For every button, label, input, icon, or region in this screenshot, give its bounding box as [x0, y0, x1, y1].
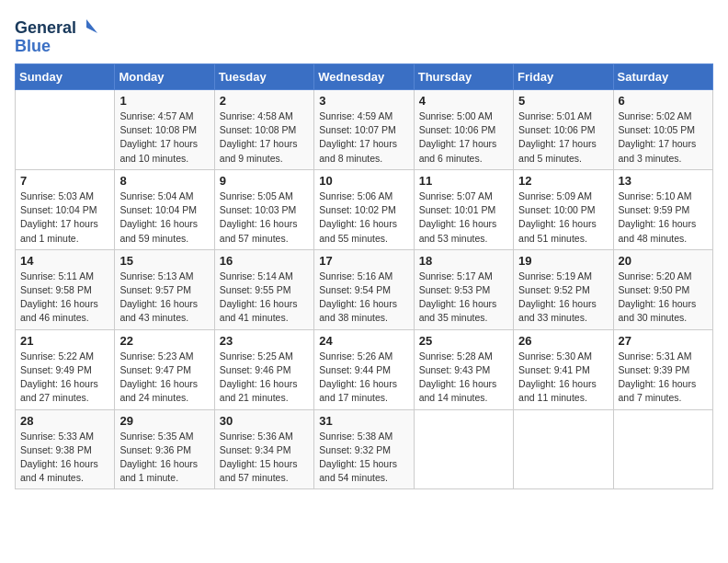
calendar-cell: [514, 409, 613, 489]
day-info: Sunrise: 5:04 AM Sunset: 10:04 PM Daylig…: [119, 190, 209, 246]
day-number: 28: [20, 414, 109, 428]
weekday-header-sunday: Sunday: [16, 64, 115, 90]
calendar-cell: 15Sunrise: 5:13 AM Sunset: 9:57 PM Dayli…: [115, 249, 214, 329]
calendar-cell: 8Sunrise: 5:04 AM Sunset: 10:04 PM Dayli…: [115, 169, 214, 249]
day-info: Sunrise: 4:58 AM Sunset: 10:08 PM Daylig…: [220, 109, 309, 166]
calendar-cell: 23Sunrise: 5:25 AM Sunset: 9:46 PM Dayli…: [214, 329, 313, 409]
day-number: 9: [220, 174, 309, 188]
calendar-cell: 26Sunrise: 5:30 AM Sunset: 9:41 PM Dayli…: [514, 329, 613, 409]
day-info: Sunrise: 5:28 AM Sunset: 9:43 PM Dayligh…: [419, 350, 508, 406]
calendar-cell: 9Sunrise: 5:05 AM Sunset: 10:03 PM Dayli…: [214, 169, 313, 249]
svg-marker-2: [86, 19, 97, 33]
day-info: Sunrise: 5:06 AM Sunset: 10:02 PM Daylig…: [319, 190, 408, 246]
weekday-header-monday: Monday: [115, 64, 214, 90]
day-info: Sunrise: 5:05 AM Sunset: 10:03 PM Daylig…: [220, 190, 309, 246]
day-info: Sunrise: 5:02 AM Sunset: 10:05 PM Daylig…: [619, 109, 708, 166]
day-number: 3: [319, 94, 408, 108]
calendar-cell: 12Sunrise: 5:09 AM Sunset: 10:00 PM Dayl…: [514, 169, 613, 249]
day-info: Sunrise: 5:33 AM Sunset: 9:38 PM Dayligh…: [20, 430, 109, 486]
day-info: Sunrise: 5:03 AM Sunset: 10:04 PM Daylig…: [20, 190, 109, 246]
calendar-cell: [414, 409, 513, 489]
day-number: 20: [619, 254, 708, 268]
day-info: Sunrise: 4:59 AM Sunset: 10:07 PM Daylig…: [319, 109, 408, 166]
calendar-table: SundayMondayTuesdayWednesdayThursdayFrid…: [15, 63, 713, 489]
calendar-cell: 27Sunrise: 5:31 AM Sunset: 9:39 PM Dayli…: [613, 329, 712, 409]
day-info: Sunrise: 5:25 AM Sunset: 9:46 PM Dayligh…: [220, 350, 309, 406]
day-info: Sunrise: 5:09 AM Sunset: 10:00 PM Daylig…: [518, 190, 608, 246]
day-number: 24: [319, 334, 408, 348]
day-number: 17: [319, 254, 408, 268]
day-number: 7: [20, 174, 109, 188]
day-info: Sunrise: 5:13 AM Sunset: 9:57 PM Dayligh…: [119, 270, 209, 326]
day-number: 21: [20, 334, 109, 348]
day-number: 18: [419, 254, 508, 268]
day-number: 22: [119, 334, 209, 348]
weekday-header-friday: Friday: [514, 64, 613, 90]
calendar-cell: 11Sunrise: 5:07 AM Sunset: 10:01 PM Dayl…: [414, 169, 513, 249]
day-info: Sunrise: 5:00 AM Sunset: 10:06 PM Daylig…: [419, 109, 508, 166]
calendar-cell: 22Sunrise: 5:23 AM Sunset: 9:47 PM Dayli…: [115, 329, 214, 409]
svg-text:Blue: Blue: [15, 37, 51, 55]
calendar-cell: 4Sunrise: 5:00 AM Sunset: 10:06 PM Dayli…: [414, 90, 513, 170]
day-info: Sunrise: 5:19 AM Sunset: 9:52 PM Dayligh…: [518, 270, 608, 326]
calendar-cell: 25Sunrise: 5:28 AM Sunset: 9:43 PM Dayli…: [414, 329, 513, 409]
day-info: Sunrise: 5:23 AM Sunset: 9:47 PM Dayligh…: [119, 350, 209, 406]
day-info: Sunrise: 5:31 AM Sunset: 9:39 PM Dayligh…: [619, 350, 708, 406]
week-row-1: 7Sunrise: 5:03 AM Sunset: 10:04 PM Dayli…: [16, 169, 713, 249]
day-info: Sunrise: 5:38 AM Sunset: 9:32 PM Dayligh…: [319, 430, 408, 486]
day-number: 13: [619, 174, 708, 188]
page-header: GeneralBlue: [15, 15, 713, 56]
day-info: Sunrise: 4:57 AM Sunset: 10:08 PM Daylig…: [119, 109, 209, 166]
day-info: Sunrise: 5:20 AM Sunset: 9:50 PM Dayligh…: [619, 270, 708, 326]
calendar-cell: 3Sunrise: 4:59 AM Sunset: 10:07 PM Dayli…: [314, 90, 414, 170]
day-info: Sunrise: 5:30 AM Sunset: 9:41 PM Dayligh…: [518, 350, 608, 406]
day-info: Sunrise: 5:07 AM Sunset: 10:01 PM Daylig…: [419, 190, 508, 246]
calendar-cell: 18Sunrise: 5:17 AM Sunset: 9:53 PM Dayli…: [414, 249, 513, 329]
calendar-cell: 31Sunrise: 5:38 AM Sunset: 9:32 PM Dayli…: [314, 409, 414, 489]
day-number: 5: [518, 94, 608, 108]
day-number: 16: [220, 254, 309, 268]
svg-text:General: General: [15, 18, 76, 37]
day-number: 12: [518, 174, 608, 188]
week-row-0: 1Sunrise: 4:57 AM Sunset: 10:08 PM Dayli…: [16, 90, 713, 170]
calendar-cell: 1Sunrise: 4:57 AM Sunset: 10:08 PM Dayli…: [115, 90, 214, 170]
calendar-cell: 13Sunrise: 5:10 AM Sunset: 9:59 PM Dayli…: [613, 169, 712, 249]
day-number: 6: [619, 94, 708, 108]
day-number: 8: [119, 174, 209, 188]
logo: GeneralBlue: [15, 15, 97, 56]
weekday-header-wednesday: Wednesday: [314, 64, 414, 90]
day-number: 15: [119, 254, 209, 268]
calendar-cell: 17Sunrise: 5:16 AM Sunset: 9:54 PM Dayli…: [314, 249, 414, 329]
day-number: 27: [619, 334, 708, 348]
day-number: 11: [419, 174, 508, 188]
calendar-cell: 29Sunrise: 5:35 AM Sunset: 9:36 PM Dayli…: [115, 409, 214, 489]
day-number: 10: [319, 174, 408, 188]
week-row-3: 21Sunrise: 5:22 AM Sunset: 9:49 PM Dayli…: [16, 329, 713, 409]
calendar-cell: 20Sunrise: 5:20 AM Sunset: 9:50 PM Dayli…: [613, 249, 712, 329]
calendar-cell: 16Sunrise: 5:14 AM Sunset: 9:55 PM Dayli…: [214, 249, 313, 329]
calendar-cell: 7Sunrise: 5:03 AM Sunset: 10:04 PM Dayli…: [16, 169, 115, 249]
calendar-cell: 30Sunrise: 5:36 AM Sunset: 9:34 PM Dayli…: [214, 409, 313, 489]
weekday-header-saturday: Saturday: [613, 64, 712, 90]
day-info: Sunrise: 5:10 AM Sunset: 9:59 PM Dayligh…: [619, 190, 708, 246]
day-number: 14: [20, 254, 109, 268]
calendar-cell: 24Sunrise: 5:26 AM Sunset: 9:44 PM Dayli…: [314, 329, 414, 409]
day-info: Sunrise: 5:35 AM Sunset: 9:36 PM Dayligh…: [119, 430, 209, 486]
calendar-cell: [16, 90, 115, 170]
calendar-cell: [613, 409, 712, 489]
day-info: Sunrise: 5:36 AM Sunset: 9:34 PM Dayligh…: [220, 430, 309, 486]
calendar-cell: 6Sunrise: 5:02 AM Sunset: 10:05 PM Dayli…: [613, 90, 712, 170]
day-info: Sunrise: 5:01 AM Sunset: 10:06 PM Daylig…: [518, 109, 608, 166]
logo-icon: GeneralBlue: [15, 15, 97, 56]
day-number: 1: [119, 94, 209, 108]
calendar-cell: 14Sunrise: 5:11 AM Sunset: 9:58 PM Dayli…: [16, 249, 115, 329]
day-info: Sunrise: 5:17 AM Sunset: 9:53 PM Dayligh…: [419, 270, 508, 326]
calendar-cell: 10Sunrise: 5:06 AM Sunset: 10:02 PM Dayl…: [314, 169, 414, 249]
weekday-header-row: SundayMondayTuesdayWednesdayThursdayFrid…: [16, 64, 713, 90]
day-info: Sunrise: 5:14 AM Sunset: 9:55 PM Dayligh…: [220, 270, 309, 326]
day-number: 19: [518, 254, 608, 268]
day-number: 2: [220, 94, 309, 108]
day-info: Sunrise: 5:11 AM Sunset: 9:58 PM Dayligh…: [20, 270, 109, 326]
weekday-header-thursday: Thursday: [414, 64, 513, 90]
week-row-2: 14Sunrise: 5:11 AM Sunset: 9:58 PM Dayli…: [16, 249, 713, 329]
